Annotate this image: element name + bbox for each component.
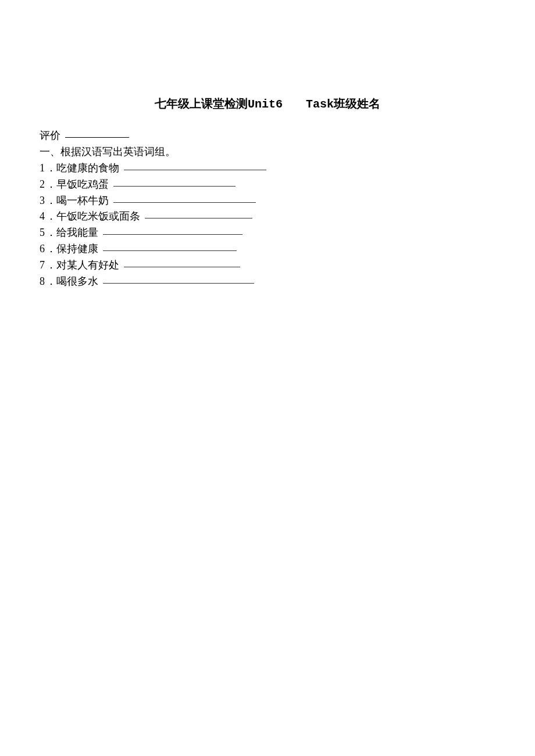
worksheet-content: 评价 一、根据汉语写出英语词组。 1．吃健康的食物 2．早饭吃鸡蛋 3．喝一杯牛… <box>40 128 535 290</box>
list-item: 3．喝一杯牛奶 <box>40 193 535 209</box>
list-item: 4．午饭吃米饭或面条 <box>40 209 535 225</box>
item-number: 4 <box>40 210 46 222</box>
item-text: ．保持健康 <box>46 243 98 255</box>
item-number: 2 <box>40 178 46 190</box>
item-text: ．对某人有好处 <box>46 259 119 271</box>
item-text: ．吃健康的食物 <box>46 162 119 174</box>
answer-blank[interactable] <box>103 234 242 235</box>
list-item: 6．保持健康 <box>40 241 535 257</box>
item-text: ．早饭吃鸡蛋 <box>46 178 109 190</box>
section-heading: 一、根据汉语写出英语词组。 <box>40 144 535 160</box>
evaluation-blank[interactable] <box>65 137 129 138</box>
worksheet-title: 七年级上课堂检测Unit6Task班级姓名 <box>40 96 535 112</box>
evaluation-label: 评价 <box>40 130 60 141</box>
list-item: 2．早饭吃鸡蛋 <box>40 177 535 193</box>
item-number: 8 <box>40 275 46 287</box>
evaluation-line: 评价 <box>40 128 535 144</box>
answer-blank[interactable] <box>124 170 266 170</box>
list-item: 5．给我能量 <box>40 225 535 241</box>
answer-blank[interactable] <box>103 250 237 251</box>
item-number: 1 <box>40 162 46 174</box>
list-item: 7．对某人有好处 <box>40 257 535 274</box>
answer-blank[interactable] <box>113 202 256 203</box>
title-task: Task <box>306 98 334 111</box>
item-number: 3 <box>40 195 46 206</box>
answer-blank[interactable] <box>145 218 252 218</box>
item-number: 5 <box>40 227 46 238</box>
item-number: 6 <box>40 243 46 255</box>
list-item: 1．吃健康的食物 <box>40 160 535 177</box>
item-text: ．给我能量 <box>46 227 98 238</box>
item-text: ．喝一杯牛奶 <box>46 195 109 206</box>
answer-blank[interactable] <box>103 283 254 284</box>
list-item: 8．喝很多水 <box>40 274 535 290</box>
answer-blank[interactable] <box>113 186 236 187</box>
item-text: ．午饭吃米饭或面条 <box>46 210 140 222</box>
answer-blank[interactable] <box>124 267 240 267</box>
title-unit: Unit6 <box>248 98 283 111</box>
item-text: ．喝很多水 <box>46 275 98 287</box>
item-number: 7 <box>40 259 46 271</box>
title-suffix: 班级姓名 <box>334 97 380 110</box>
title-main: 七年级上课堂检测 <box>155 97 248 110</box>
